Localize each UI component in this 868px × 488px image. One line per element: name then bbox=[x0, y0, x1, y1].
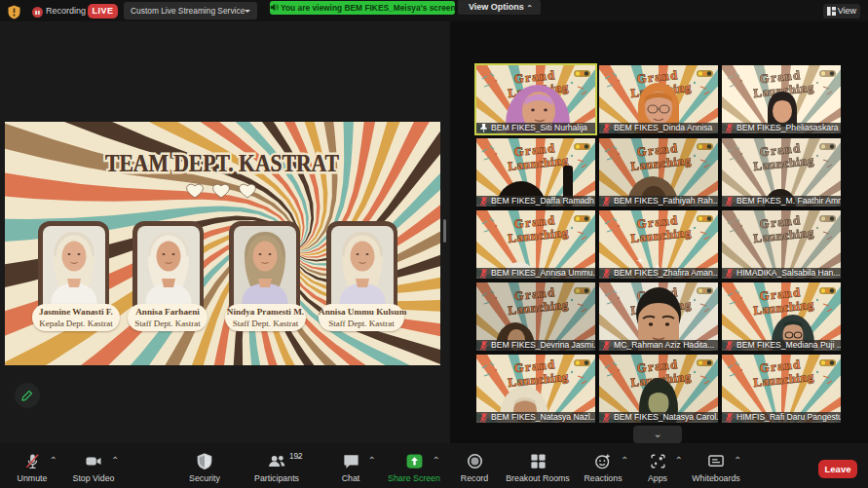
svg-text:TEAM DEPT. KASTRAT: TEAM DEPT. KASTRAT bbox=[105, 150, 339, 176]
